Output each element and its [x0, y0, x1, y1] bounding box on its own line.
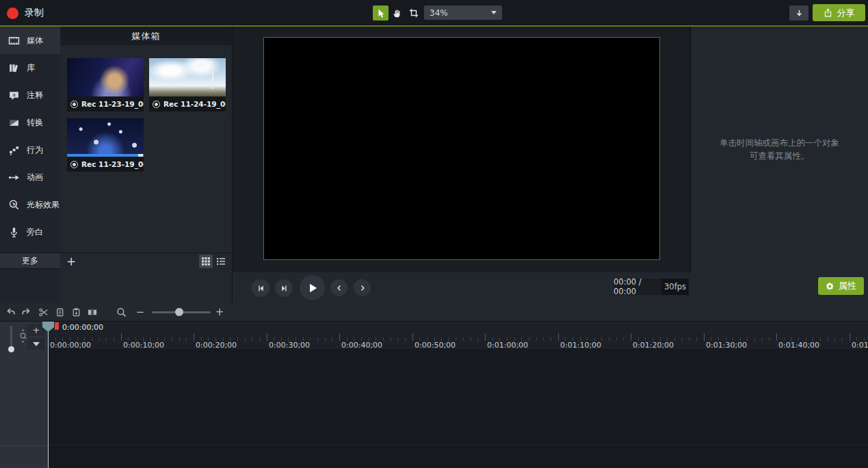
- record-badge-icon: [153, 101, 160, 108]
- sidebar-item-library[interactable]: 库: [0, 54, 60, 81]
- preview-canvas[interactable]: [263, 37, 660, 260]
- record-label: 录制: [25, 7, 44, 19]
- timeline-zoom-out-button[interactable]: −: [133, 304, 148, 320]
- ruler-label: 0:00:20;00: [196, 341, 237, 349]
- canvas-stage: [233, 27, 691, 272]
- properties-hint-text: 单击时间轴或画布上的一个对象 可查看其属性。: [691, 136, 868, 163]
- ruler-label: 0:00:10;00: [123, 341, 164, 349]
- next-frame-button[interactable]: [275, 279, 293, 297]
- ruler-label: 0:01:40;00: [778, 341, 819, 349]
- download-button[interactable]: [789, 5, 808, 21]
- redo-icon: [21, 307, 32, 317]
- properties-button-label: 属性: [839, 280, 856, 292]
- grid-view-button[interactable]: [199, 255, 213, 268]
- playhead-time-label: 0:00:00;00: [62, 323, 103, 332]
- pan-tool-button[interactable]: [389, 5, 405, 21]
- paste-button[interactable]: [68, 304, 83, 320]
- add-media-button[interactable]: +: [64, 255, 78, 268]
- ruler-ticks: [48, 333, 868, 341]
- sidebar-item-animations[interactable]: 动画: [0, 164, 60, 191]
- crop-tool-button[interactable]: [406, 5, 421, 21]
- playhead-line: [48, 322, 49, 468]
- scissors-icon: [38, 307, 49, 317]
- split-button[interactable]: [85, 304, 100, 320]
- gear-icon: [826, 282, 834, 291]
- zoom-fit-icon: [18, 328, 27, 343]
- collapse-tracks-button[interactable]: [27, 338, 45, 350]
- sidebar-item-label: 媒体: [27, 35, 43, 47]
- media-item[interactable]: Rec 11-23-19_00...: [67, 58, 144, 112]
- chevron-left-icon: [335, 284, 343, 292]
- sidebar-item-cursor-effects[interactable]: 光标效果: [0, 191, 60, 218]
- sidebar-item-label: 行为: [27, 144, 43, 156]
- ruler-label: 0:00:00;00: [50, 341, 91, 349]
- properties-button[interactable]: 属性: [818, 277, 864, 295]
- playhead-out-handle[interactable]: [55, 322, 59, 330]
- sidebar-item-behaviors[interactable]: 行为: [0, 136, 60, 164]
- sidebar-more-button[interactable]: 更多: [0, 252, 60, 269]
- sidebar-item-voice-narration[interactable]: 旁白: [0, 218, 60, 246]
- transition-icon: [8, 117, 20, 129]
- undo-button[interactable]: [3, 304, 18, 320]
- download-arrow-icon: [795, 9, 804, 18]
- ruler-label: 0:00:40;00: [341, 341, 382, 349]
- ruler-label: 0:01:00;00: [487, 341, 528, 349]
- video-thumbnail: [67, 58, 144, 96]
- timeline-toolbar: − +: [0, 303, 868, 321]
- chevron-down-icon: [33, 342, 40, 346]
- sidebar-item-annotations[interactable]: a 注释: [0, 81, 60, 109]
- fps-display[interactable]: 30fps: [661, 278, 689, 295]
- previous-frame-button[interactable]: [252, 279, 269, 297]
- timeline-track-area[interactable]: [48, 349, 868, 468]
- share-button[interactable]: 分享: [813, 4, 865, 21]
- thumbnail-progress-bar: [67, 154, 144, 157]
- record-badge-icon: [70, 101, 78, 108]
- properties-panel: 单击时间轴或画布上的一个对象 可查看其属性。: [691, 27, 868, 272]
- chevron-down-icon: [491, 11, 497, 14]
- crop-icon: [409, 8, 419, 18]
- track-header-column: +: [0, 321, 48, 468]
- copy-button[interactable]: [52, 304, 67, 320]
- list-view-button[interactable]: [214, 255, 228, 268]
- play-button[interactable]: [300, 275, 325, 300]
- media-item[interactable]: Rec 11-23-19_001...: [67, 118, 144, 172]
- timeline-section: − + + 0:00:00;00 0:00:0: [0, 303, 868, 468]
- media-item-label: Rec 11-23-19_001...: [81, 160, 144, 168]
- chevron-right-icon: [358, 284, 367, 292]
- video-thumbnail: [67, 118, 144, 157]
- timeline-zoom-slider[interactable]: [152, 308, 211, 316]
- magnifier-icon: [116, 307, 127, 317]
- track-height-slider[interactable]: [8, 326, 15, 353]
- wind-turbine-decoration: [197, 61, 213, 67]
- media-item[interactable]: Rec 11-24-19_001...: [149, 58, 226, 112]
- canvas-zoom-value: 34%: [430, 8, 448, 18]
- track-height-slider-thumb[interactable]: [8, 346, 14, 352]
- microphone-icon: [8, 226, 20, 238]
- canvas-zoom-dropdown[interactable]: 34%: [424, 5, 502, 20]
- film-strip-icon: [8, 35, 20, 47]
- record-badge-icon: [70, 161, 78, 168]
- books-icon: [8, 62, 20, 74]
- jump-back-button[interactable]: [330, 279, 347, 296]
- timeline-zoom-in-button[interactable]: +: [212, 304, 227, 320]
- track-height-slider-track: [10, 326, 12, 349]
- select-tool-button[interactable]: [373, 5, 389, 21]
- ruler-label: 0:00:30;00: [269, 341, 310, 349]
- timeline-ruler[interactable]: 0:00:00;00 0:00:00;00 0:00:10;00 0:00:20…: [48, 321, 868, 349]
- top-toolbar: 录制 34%: [0, 0, 868, 25]
- jump-forward-button[interactable]: [354, 279, 371, 296]
- redo-button[interactable]: [19, 304, 34, 320]
- cut-button[interactable]: [36, 304, 51, 320]
- media-item-label-bar: Rec 11-23-19_00...: [67, 96, 144, 112]
- paste-icon: [71, 307, 81, 317]
- list-view-icon: [217, 257, 226, 265]
- sidebar-item-label: 动画: [27, 172, 43, 183]
- record-button[interactable]: 录制: [7, 5, 44, 21]
- copy-icon: [55, 307, 65, 317]
- ruler-label: 0:01:10;00: [560, 341, 601, 349]
- play-icon: [306, 282, 319, 294]
- sidebar-item-transitions[interactable]: 转换: [0, 109, 60, 136]
- sidebar-item-media[interactable]: 媒体: [0, 27, 60, 54]
- timeline-zoom-button[interactable]: [114, 304, 129, 320]
- timeline-zoom-slider-thumb[interactable]: [175, 308, 183, 316]
